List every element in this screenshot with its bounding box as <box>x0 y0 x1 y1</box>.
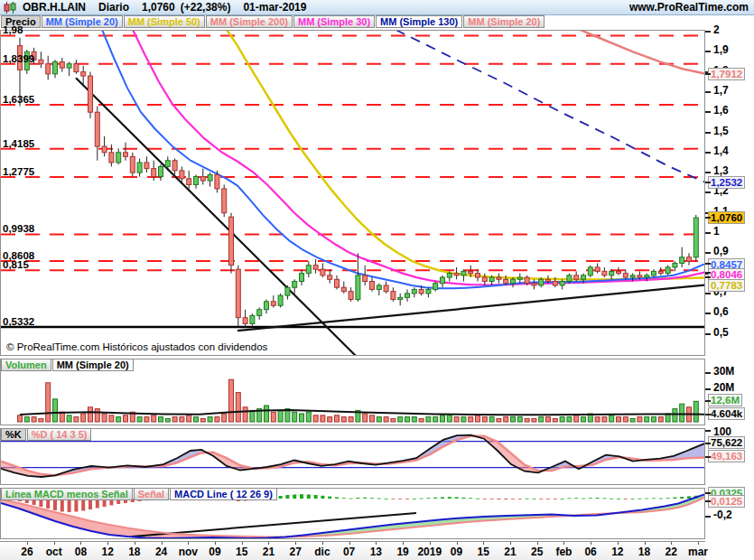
axis-tick-mark <box>705 91 711 93</box>
legend-mm-simple-130[interactable]: MM (Simple 130) <box>376 15 462 28</box>
x-axis-tick <box>242 542 243 545</box>
x-axis-label: mar <box>688 546 708 558</box>
last-price: 1,0760 <box>142 1 175 14</box>
axis-value-box: 12,6M <box>708 394 742 406</box>
stoch-k-label[interactable]: %K <box>1 428 26 441</box>
legend-mm-simple-20[interactable]: MM (Simple 20) <box>42 15 123 28</box>
candlestick-chart-icon <box>4 2 17 14</box>
axis-tick-label: 1,6 <box>713 105 729 117</box>
axis-value-box: 1,7912 <box>708 68 745 80</box>
axis-tick-mark <box>705 232 711 234</box>
prorealtime-window: OBR.H.LAIN Diario 1,0760 (+22,38%) 01-ma… <box>0 0 754 560</box>
volume-label[interactable]: Volumen <box>1 359 51 371</box>
x-axis-label: 24 <box>155 546 167 558</box>
price-chart-pane[interactable]: © ProRealTime.com Históricos ajustados c… <box>0 30 705 356</box>
axis-tick-label: 1,5 <box>713 126 729 137</box>
price-level-label: 0,815 <box>3 259 29 270</box>
price-level-label: 1,2775 <box>3 166 34 177</box>
axis-tick-mark <box>705 263 711 265</box>
x-axis-tick <box>215 542 216 545</box>
x-axis-tick <box>135 542 135 545</box>
axis-value-box: 0,0125 <box>708 495 745 508</box>
volume-ma-label[interactable]: MM (Simple 20) <box>52 359 134 371</box>
x-axis-tick <box>27 542 28 545</box>
axis-tick-mark <box>705 333 711 335</box>
stochastic-canvas[interactable] <box>1 429 704 484</box>
axis-tick-label: 30M <box>713 366 734 378</box>
session-date: 01-mar-2019 <box>243 1 306 14</box>
price-level-label: 1,8399 <box>3 53 34 64</box>
right-price-axis[interactable]: 21,91,81,71,61,51,41,31,21,110,90,80,70,… <box>705 30 754 541</box>
axis-tick-mark <box>705 414 711 415</box>
axis-tick-mark <box>705 276 711 278</box>
axis-tick-mark <box>705 388 711 390</box>
x-axis-tick <box>349 542 350 545</box>
axis-tick-mark <box>705 31 711 33</box>
timeframe-label: Diario <box>98 1 129 14</box>
x-axis-tick <box>376 542 377 545</box>
axis-tick-label: -0,2 <box>713 509 732 521</box>
x-axis-label: nov <box>179 546 198 558</box>
legend-mm-simple-20b[interactable]: MM (Simple 20) <box>463 15 545 28</box>
legend-mm-simple-30[interactable]: MM (Simple 30) <box>293 15 375 28</box>
axis-tick-mark <box>705 500 711 502</box>
x-axis-label: 12 <box>101 546 113 558</box>
macd-line-label[interactable]: MACD Line ( 12 26 9) <box>170 488 277 500</box>
x-axis-label: 08 <box>75 546 87 558</box>
axis-tick-mark <box>705 400 711 402</box>
watermark: © ProRealTime.com Históricos ajustados c… <box>6 341 267 352</box>
x-axis-label: feb <box>555 546 572 558</box>
x-axis-tick <box>188 542 189 545</box>
x-axis-label: 21 <box>504 546 516 558</box>
x-axis-label: 15 <box>236 546 247 558</box>
x-axis-label: 18 <box>128 546 140 558</box>
axis-tick-mark <box>705 516 711 518</box>
x-axis-label: 27 <box>290 546 302 558</box>
macd-signal-label[interactable]: Señal <box>134 488 169 500</box>
stoch-d-label[interactable]: %D ( 14 3 5) <box>27 428 92 441</box>
price-level-label: 1,4185 <box>3 138 34 149</box>
axis-value-box: 49,163 <box>708 450 745 462</box>
axis-tick-label: 0,5 <box>713 327 729 339</box>
x-axis-tick <box>162 542 163 545</box>
axis-tick-label: 1 <box>713 226 720 238</box>
axis-tick-mark <box>705 51 711 52</box>
volume-pane[interactable]: Volumen MM (Simple 20) <box>0 359 705 425</box>
axis-tick-mark <box>705 492 711 494</box>
macd-hist-label[interactable]: Línea MACD menos Señal <box>1 488 133 500</box>
price-legend-row: Precio MM (Simple 20) MM (Simple 50) MM … <box>0 15 754 30</box>
x-axis-label: 09 <box>209 546 220 558</box>
axis-tick-mark <box>705 172 711 173</box>
x-axis-tick <box>671 542 672 545</box>
x-axis-label: 06 <box>584 546 596 558</box>
x-axis-label: 13 <box>370 546 382 558</box>
axis-value-box: 0,7783 <box>708 279 745 292</box>
stochastic-pane[interactable]: %K %D ( 14 3 5) <box>0 428 705 485</box>
price-chart-canvas[interactable] <box>1 31 704 355</box>
site-url: www.ProRealTime.com <box>629 1 749 14</box>
x-axis-label: 21 <box>263 546 275 558</box>
x-axis-tick <box>483 542 484 545</box>
x-axis-tick <box>698 542 699 545</box>
axis-tick-mark <box>705 191 711 193</box>
x-axis-tick <box>563 542 564 545</box>
axis-tick-label: 0,9 <box>713 246 729 257</box>
time-axis[interactable]: 26oct08121824nov09152127dic0713192019091… <box>0 541 705 560</box>
price-level-label: 0,9938 <box>3 223 34 234</box>
x-axis-tick <box>107 542 108 545</box>
price-level-label: 1,98 <box>3 24 23 35</box>
x-axis-tick <box>54 542 55 545</box>
axis-tick-mark <box>705 217 711 219</box>
axis-tick-label: 20M <box>713 382 734 394</box>
legend-mm-simple-50[interactable]: MM (Simple 50) <box>124 15 205 28</box>
macd-pane[interactable]: Línea MACD menos Señal Señal MACD Line (… <box>0 488 705 539</box>
legend-mm-simple-200[interactable]: MM (Simple 200) <box>206 15 293 28</box>
axis-tick-mark <box>705 152 711 154</box>
title-bar: OBR.H.LAIN Diario 1,0760 (+22,38%) 01-ma… <box>0 0 754 15</box>
axis-tick-mark <box>705 313 711 314</box>
axis-value-box: 1,2532 <box>708 176 745 189</box>
x-axis-tick <box>510 542 511 545</box>
axis-tick-mark <box>705 73 711 75</box>
axis-tick-mark <box>705 111 711 113</box>
x-axis-tick <box>645 542 646 545</box>
